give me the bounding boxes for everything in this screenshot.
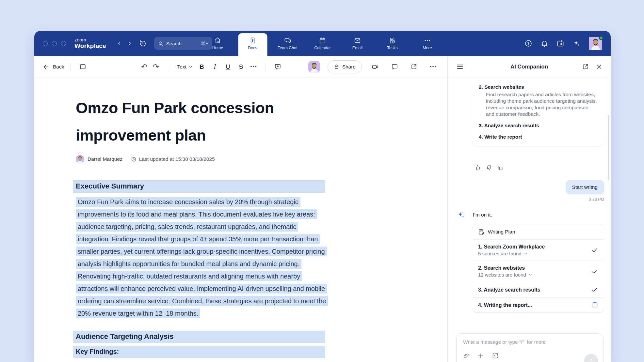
underline-button[interactable]: U — [221, 61, 234, 73]
nav-tab-label: Email — [352, 46, 362, 50]
window-control-dot[interactable] — [52, 41, 57, 46]
document-body: Executive Summary Omzo Fun Park aims to … — [76, 180, 328, 358]
home-icon — [214, 37, 221, 44]
ai-prompt-box-icon[interactable] — [492, 352, 499, 359]
help-icon[interactable]: ? — [524, 39, 532, 47]
plan-item-desc: Find research papers and articles from w… — [479, 91, 597, 117]
share-label: Share — [342, 64, 356, 70]
more-options-icon[interactable] — [427, 61, 439, 73]
share-button[interactable]: Share — [328, 60, 362, 73]
panel-scrollbar[interactable] — [608, 115, 609, 180]
companion-chat[interactable]: current food pricing strategy. 2. Search… — [457, 78, 604, 362]
last-updated-text: Last updated at 15:38 03/18/2025 — [139, 156, 215, 162]
close-icon[interactable] — [596, 64, 602, 70]
document-canvas[interactable]: Omzo Fun Park concession improvement pla… — [34, 78, 447, 362]
writing-plan-card: Writing Plan 1. Search Zoom Workplace 5 … — [472, 224, 604, 313]
history-icon[interactable] — [139, 39, 147, 48]
collaborator-avatar[interactable] — [308, 61, 320, 73]
text-style-label: Text — [177, 64, 186, 70]
primary-navigation: Home Docs Team Chat Calendar — [200, 31, 445, 56]
notifications-bell-icon[interactable] — [540, 39, 548, 47]
document-title: Omzo Fun Park concession improvement pla… — [76, 94, 330, 149]
video-call-icon[interactable] — [369, 61, 381, 73]
step-label: 3. Analyze search results — [478, 287, 540, 293]
thumbs-down-icon[interactable] — [486, 165, 492, 171]
window-control-dot[interactable] — [61, 41, 66, 46]
open-external-icon[interactable] — [408, 61, 420, 73]
add-comment-icon[interactable] — [272, 61, 284, 73]
search-placeholder: Search — [166, 41, 198, 46]
back-chevron-icon[interactable] — [115, 38, 124, 48]
chevron-down-icon — [188, 65, 193, 69]
forward-chevron-icon[interactable] — [124, 38, 134, 48]
window-control-dot[interactable] — [43, 41, 48, 46]
step-detail-text: 5 sources are found — [478, 251, 522, 256]
bold-button[interactable]: B — [195, 61, 208, 73]
nav-tab-more[interactable]: More — [410, 31, 445, 56]
redo-button[interactable]: ↷ — [150, 61, 162, 73]
message-input[interactable] — [463, 339, 597, 345]
back-button[interactable]: Back — [43, 64, 64, 70]
plan-preview-card: current food pricing strategy. 2. Search… — [472, 78, 604, 146]
nav-tab-tasks[interactable]: Tasks — [375, 31, 410, 56]
ai-sparkle-icon — [457, 210, 465, 219]
navbar-utilities: ? — [524, 37, 602, 50]
chevron-down-icon — [528, 273, 532, 277]
add-plus-icon[interactable] — [477, 353, 484, 359]
popout-icon[interactable] — [582, 63, 589, 70]
italic-button[interactable]: I — [208, 61, 221, 73]
nav-tab-calendar[interactable]: Calendar — [305, 31, 340, 56]
check-icon — [591, 286, 598, 293]
step-detail-dropdown[interactable]: 12 websites are found — [478, 272, 532, 278]
zoom-workplace-logo: zoom Workplace — [74, 37, 106, 50]
send-button[interactable] — [584, 354, 598, 362]
nav-tab-docs[interactable]: Docs — [235, 31, 270, 56]
nav-tab-team-chat[interactable]: Team Chat — [270, 31, 305, 56]
nav-tab-home[interactable]: Home — [200, 31, 235, 56]
writing-plan-step: 1. Search Zoom Workplace 5 sources are f… — [472, 240, 604, 261]
schedule-calendar-icon[interactable] — [556, 39, 564, 47]
calendar-icon — [319, 37, 326, 44]
plan-item: 3. Analyze search results — [479, 122, 597, 129]
step-label: 1. Search Zoom Workplace — [478, 244, 545, 250]
check-icon — [591, 247, 598, 254]
undo-button[interactable]: ↶ — [138, 61, 150, 73]
assistant-message-row: I’m on it. — [457, 210, 604, 219]
check-icon — [591, 268, 598, 275]
text-style-dropdown[interactable]: Text — [174, 61, 195, 73]
document-pane: Back ↶ ↷ Text B I U S — [34, 56, 447, 362]
nav-tab-email[interactable]: Email — [340, 31, 375, 56]
thumbs-up-icon[interactable] — [475, 165, 481, 171]
menu-hamburger-icon[interactable] — [456, 63, 464, 70]
user-avatar[interactable] — [589, 37, 602, 50]
plan-item: 4. Write the report — [479, 134, 597, 140]
writing-plan-steps: 1. Search Zoom Workplace 5 sources are f… — [472, 239, 604, 312]
strikethrough-button[interactable]: S — [234, 61, 248, 73]
copy-icon[interactable] — [497, 165, 503, 171]
more-formatting-icon[interactable] — [248, 61, 259, 73]
toolbar-divider — [266, 63, 266, 71]
back-label: Back — [53, 64, 64, 70]
search-icon — [158, 41, 164, 46]
top-navbar: zoom Workplace Search ⌘F Ho — [34, 31, 611, 56]
writing-plan-step: 4. Writing the report... — [472, 297, 604, 312]
heading-key-findings: Key Findings: — [73, 346, 325, 358]
ai-companion-panel: AI Companion current food pricing strate… — [447, 56, 611, 362]
nav-tab-label: More — [423, 46, 432, 50]
step-detail-dropdown[interactable]: 5 sources are found — [478, 251, 545, 256]
svg-text:?: ? — [527, 41, 529, 45]
plan-preview-card-clipped: current food pricing strategy. 2. Search… — [472, 78, 604, 160]
document-byline: Darrel Marquez Last updated at 15:38 03/… — [76, 155, 447, 163]
attach-paperclip-icon[interactable] — [463, 353, 470, 359]
toggle-sidebar-icon[interactable] — [77, 61, 89, 73]
assistant-message-text: I’m on it. — [473, 212, 492, 218]
brand-workplace: Workplace — [74, 42, 106, 50]
writing-plan-step: 3. Analyze search results — [472, 282, 604, 297]
email-icon — [354, 37, 361, 44]
step-label: 4. Writing the report... — [478, 302, 532, 308]
paragraph-executive-summary: Omzo Fun Park aims to increase concessio… — [76, 196, 328, 320]
toolbar-divider — [168, 63, 168, 71]
main-area: Back ↶ ↷ Text B I U S — [34, 56, 611, 362]
chat-icon[interactable] — [389, 61, 400, 73]
ai-companion-sparkle-icon[interactable] — [572, 39, 581, 48]
